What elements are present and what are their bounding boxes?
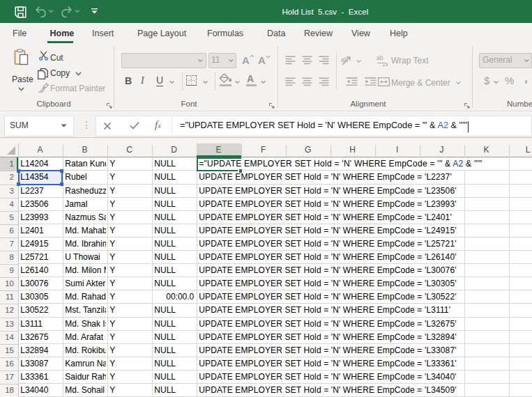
svg-text:ab: ab: [341, 56, 348, 63]
svg-text:ab: ab: [377, 55, 383, 61]
